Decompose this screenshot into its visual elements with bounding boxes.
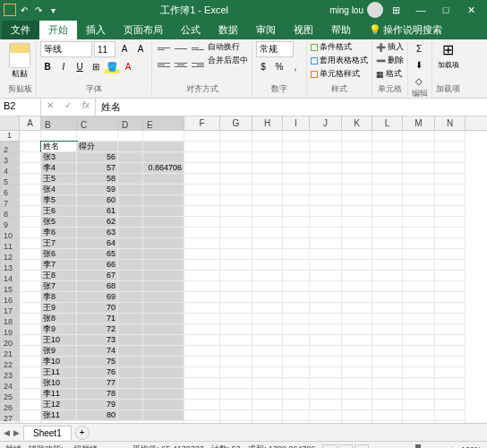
cell[interactable] bbox=[20, 185, 41, 195]
cell[interactable] bbox=[403, 163, 435, 174]
cell[interactable] bbox=[252, 228, 283, 238]
cell[interactable] bbox=[20, 357, 41, 367]
cell[interactable] bbox=[143, 185, 184, 195]
cell[interactable] bbox=[143, 389, 184, 400]
cell[interactable]: 63 bbox=[77, 228, 118, 238]
undo-icon[interactable]: ↶ bbox=[18, 4, 30, 16]
cell[interactable]: 65 bbox=[77, 249, 118, 260]
cell[interactable] bbox=[403, 271, 435, 281]
save-icon[interactable] bbox=[4, 4, 16, 16]
cell[interactable] bbox=[310, 249, 342, 260]
cell[interactable] bbox=[118, 421, 143, 423]
cell[interactable] bbox=[403, 400, 435, 410]
cell[interactable] bbox=[220, 195, 252, 206]
column-header-I[interactable]: I bbox=[283, 116, 310, 130]
cell[interactable] bbox=[403, 378, 435, 389]
cell[interactable] bbox=[310, 335, 342, 346]
cell[interactable] bbox=[118, 400, 143, 410]
cell[interactable] bbox=[184, 410, 220, 421]
cell[interactable] bbox=[184, 335, 220, 346]
cell[interactable] bbox=[143, 174, 184, 185]
insert-cells-button[interactable]: ➕插入 bbox=[376, 41, 404, 53]
cell[interactable]: 75 bbox=[77, 357, 118, 367]
cell[interactable] bbox=[20, 260, 41, 271]
cell[interactable]: 61 bbox=[77, 206, 118, 217]
cell[interactable] bbox=[118, 185, 143, 195]
cell[interactable] bbox=[403, 346, 435, 357]
cell[interactable] bbox=[184, 357, 220, 367]
cell[interactable] bbox=[20, 217, 41, 228]
zoom-in-button[interactable]: + bbox=[449, 445, 454, 449]
cell[interactable] bbox=[220, 152, 252, 163]
currency-button[interactable]: $ bbox=[256, 59, 270, 73]
cell[interactable] bbox=[184, 174, 220, 185]
cell[interactable] bbox=[252, 195, 283, 206]
cell[interactable] bbox=[283, 174, 310, 185]
cell[interactable] bbox=[20, 367, 41, 378]
cell[interactable] bbox=[372, 260, 403, 271]
cell[interactable] bbox=[435, 303, 466, 314]
cell[interactable] bbox=[220, 249, 252, 260]
cell[interactable] bbox=[342, 260, 372, 271]
cell[interactable] bbox=[220, 260, 252, 271]
cell[interactable] bbox=[252, 378, 283, 389]
cell[interactable] bbox=[20, 238, 41, 249]
cell[interactable] bbox=[435, 217, 466, 228]
cell[interactable]: 76 bbox=[77, 367, 118, 378]
conditional-format-button[interactable]: 条件格式 bbox=[311, 41, 352, 53]
cell[interactable] bbox=[372, 185, 403, 195]
cell[interactable] bbox=[252, 324, 283, 335]
cell[interactable] bbox=[283, 389, 310, 400]
cell[interactable] bbox=[435, 357, 466, 367]
cell[interactable] bbox=[403, 357, 435, 367]
cell[interactable] bbox=[184, 152, 220, 163]
cell[interactable] bbox=[342, 324, 372, 335]
cell[interactable] bbox=[184, 324, 220, 335]
cell[interactable] bbox=[143, 335, 184, 346]
cell[interactable] bbox=[184, 217, 220, 228]
cell[interactable] bbox=[403, 367, 435, 378]
cell[interactable] bbox=[283, 292, 310, 303]
cell[interactable] bbox=[252, 131, 283, 142]
sheet-nav-prev[interactable]: ◀ bbox=[4, 428, 10, 437]
cell[interactable] bbox=[118, 271, 143, 281]
cell[interactable] bbox=[20, 314, 41, 324]
cell[interactable] bbox=[403, 228, 435, 238]
cell[interactable] bbox=[143, 195, 184, 206]
cell[interactable]: 张7 bbox=[41, 281, 77, 292]
cell[interactable] bbox=[118, 142, 143, 152]
cell[interactable] bbox=[310, 314, 342, 324]
cell[interactable] bbox=[435, 131, 466, 142]
cell[interactable] bbox=[252, 217, 283, 228]
cell[interactable] bbox=[283, 303, 310, 314]
cell[interactable] bbox=[342, 410, 372, 421]
cell[interactable] bbox=[184, 238, 220, 249]
cell[interactable] bbox=[310, 410, 342, 421]
cell[interactable] bbox=[283, 357, 310, 367]
cell[interactable] bbox=[220, 421, 252, 423]
cell[interactable] bbox=[143, 421, 184, 423]
cell[interactable] bbox=[252, 281, 283, 292]
cell[interactable] bbox=[435, 410, 466, 421]
cell[interactable] bbox=[118, 367, 143, 378]
cell[interactable] bbox=[20, 389, 41, 400]
cell[interactable] bbox=[252, 152, 283, 163]
cell[interactable] bbox=[310, 421, 342, 423]
cell[interactable]: 58 bbox=[77, 174, 118, 185]
cell[interactable] bbox=[372, 389, 403, 400]
cell[interactable]: 王7 bbox=[41, 238, 77, 249]
cell[interactable]: 68 bbox=[77, 281, 118, 292]
cell[interactable] bbox=[118, 335, 143, 346]
cell[interactable] bbox=[118, 260, 143, 271]
cell[interactable] bbox=[118, 152, 143, 163]
cell[interactable] bbox=[342, 174, 372, 185]
cell[interactable] bbox=[283, 271, 310, 281]
cell[interactable] bbox=[220, 206, 252, 217]
sheet-nav-next[interactable]: ▶ bbox=[13, 428, 20, 437]
cell[interactable] bbox=[143, 238, 184, 249]
cell[interactable] bbox=[435, 378, 466, 389]
cell[interactable] bbox=[372, 378, 403, 389]
cell[interactable]: 张10 bbox=[41, 378, 77, 389]
cell[interactable] bbox=[403, 260, 435, 271]
cell[interactable]: 王10 bbox=[41, 335, 77, 346]
